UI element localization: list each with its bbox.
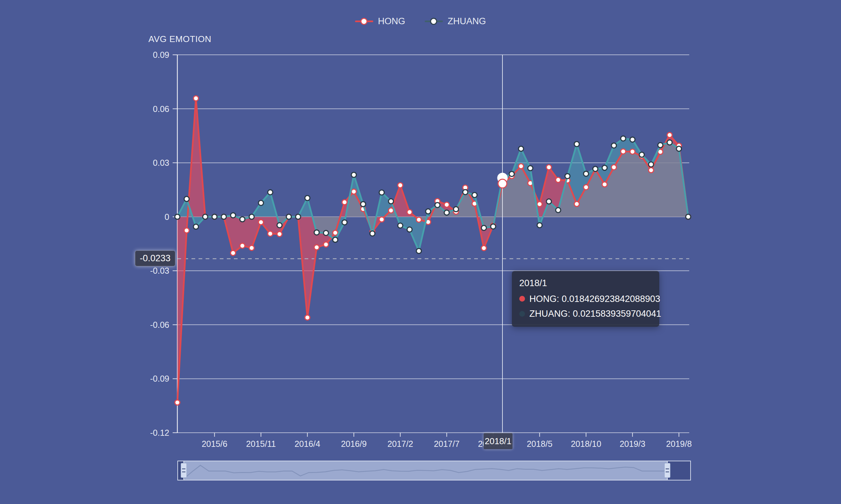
zhuang-data-point[interactable]: [323, 230, 328, 235]
hong-data-point[interactable]: [407, 210, 412, 215]
tooltip-hong-value: HONG: 0.018426923842088903: [529, 292, 660, 306]
hong-data-point[interactable]: [649, 168, 654, 173]
zhuang-data-point[interactable]: [184, 196, 189, 201]
zhuang-data-point[interactable]: [574, 142, 579, 147]
y-tick-label: -0.12: [150, 428, 169, 437]
hong-data-point[interactable]: [481, 246, 486, 251]
zhuang-data-point[interactable]: [667, 140, 672, 145]
zhuang-data-point[interactable]: [454, 207, 459, 212]
zhuang-data-point[interactable]: [547, 199, 552, 204]
hong-data-point[interactable]: [547, 165, 552, 170]
y-tick-label: 0.06: [153, 104, 169, 114]
zhuang-data-point[interactable]: [426, 209, 431, 214]
hong-data-point[interactable]: [240, 243, 245, 248]
zhuang-data-point[interactable]: [398, 223, 403, 228]
zhuang-data-point[interactable]: [370, 231, 375, 236]
zhuang-data-point[interactable]: [472, 193, 477, 198]
zhuang-data-point[interactable]: [240, 217, 245, 222]
hong-data-point[interactable]: [667, 132, 672, 138]
zhuang-data-point[interactable]: [268, 190, 273, 195]
zhuang-data-point[interactable]: [342, 220, 347, 225]
hong-data-point[interactable]: [258, 219, 263, 224]
zhuang-data-point[interactable]: [649, 162, 654, 167]
zhuang-data-point[interactable]: [305, 196, 310, 201]
zhuang-data-point[interactable]: [528, 166, 533, 171]
zhuang-data-point[interactable]: [537, 222, 542, 228]
datazoom-right-handle[interactable]: [664, 463, 670, 478]
hong-data-point[interactable]: [416, 217, 421, 222]
hong-data-point[interactable]: [612, 165, 617, 170]
zhuang-data-point[interactable]: [277, 222, 282, 228]
zhuang-data-point[interactable]: [295, 214, 301, 219]
tooltip-row-zhuang: ZHUANG: 0.0215839359704041: [519, 307, 652, 321]
zhuang-data-point[interactable]: [221, 214, 226, 219]
hong-data-point[interactable]: [342, 200, 347, 205]
zhuang-data-point[interactable]: [612, 143, 617, 148]
zhuang-data-point[interactable]: [444, 210, 449, 215]
zhuang-data-point[interactable]: [314, 230, 320, 235]
hong-data-point[interactable]: [398, 183, 403, 188]
datazoom-track[interactable]: [178, 461, 690, 480]
zhuang-data-point[interactable]: [286, 214, 291, 219]
datazoom-left-handle[interactable]: [181, 463, 187, 478]
datazoom-slider[interactable]: [177, 461, 691, 481]
zhuang-data-point[interactable]: [491, 224, 496, 229]
hong-data-point[interactable]: [305, 315, 310, 320]
zhuang-data-point[interactable]: [676, 146, 682, 151]
hong-data-point[interactable]: [249, 246, 254, 251]
hong-data-point[interactable]: [230, 251, 236, 255]
zhuang-data-point[interactable]: [249, 214, 254, 219]
hong-data-point[interactable]: [555, 178, 561, 183]
zhuang-data-point[interactable]: [593, 166, 598, 172]
zhuang-data-point[interactable]: [509, 172, 514, 177]
zhuang-data-point[interactable]: [435, 202, 440, 208]
hong-data-point[interactable]: [379, 217, 384, 222]
hong-data-point[interactable]: [444, 202, 449, 207]
hong-data-point[interactable]: [277, 232, 282, 237]
zhuang-data-point[interactable]: [193, 224, 199, 229]
zhuang-data-point[interactable]: [230, 213, 236, 218]
hong-data-point[interactable]: [630, 149, 635, 154]
hong-data-point[interactable]: [323, 242, 328, 247]
hong-data-point[interactable]: [314, 245, 320, 250]
zhuang-data-point[interactable]: [333, 237, 338, 242]
hong-data-point[interactable]: [537, 202, 542, 207]
zhuang-data-point[interactable]: [565, 174, 570, 179]
hong-data-point[interactable]: [519, 164, 524, 169]
hong-data-point[interactable]: [584, 185, 589, 190]
zhuang-data-point[interactable]: [463, 190, 468, 195]
zhuang-data-point[interactable]: [407, 227, 412, 232]
zhuang-data-point[interactable]: [630, 137, 635, 142]
zhuang-data-point[interactable]: [379, 190, 384, 195]
zhuang-data-point[interactable]: [203, 214, 208, 219]
zhuang-data-point[interactable]: [519, 146, 524, 151]
zhuang-data-point[interactable]: [621, 136, 625, 141]
hong-data-point[interactable]: [184, 228, 189, 233]
hong-series[interactable]: [175, 96, 691, 405]
zhuang-data-point[interactable]: [351, 173, 356, 178]
hong-data-point[interactable]: [621, 149, 625, 154]
zhuang-data-point[interactable]: [658, 143, 663, 148]
hong-data-point[interactable]: [351, 189, 356, 194]
zhuang-data-point[interactable]: [555, 208, 561, 213]
zhuang-data-point[interactable]: [602, 165, 607, 170]
zhuang-data-point[interactable]: [416, 249, 421, 253]
hong-data-point[interactable]: [175, 400, 180, 405]
zhuang-data-point[interactable]: [388, 199, 393, 204]
zhuang-data-point[interactable]: [361, 202, 366, 207]
zhuang-data-point[interactable]: [175, 214, 180, 219]
hong-data-point[interactable]: [193, 96, 199, 101]
chart-canvas[interactable]: 0.090.060.030-0.03-0.06-0.09-0.122015/62…: [0, 0, 841, 504]
zhuang-data-point[interactable]: [584, 171, 589, 176]
hong-data-point[interactable]: [602, 182, 607, 187]
hong-data-point[interactable]: [268, 231, 273, 236]
hong-data-point[interactable]: [388, 208, 393, 213]
zhuang-data-point[interactable]: [258, 200, 263, 205]
zhuang-data-point[interactable]: [639, 152, 645, 157]
axis-pointer: [498, 55, 508, 433]
hong-data-point[interactable]: [333, 230, 338, 235]
zhuang-data-point[interactable]: [212, 214, 217, 219]
zhuang-data-point[interactable]: [481, 225, 486, 230]
zhuang-data-point[interactable]: [686, 214, 691, 219]
hong-data-point[interactable]: [574, 201, 579, 206]
